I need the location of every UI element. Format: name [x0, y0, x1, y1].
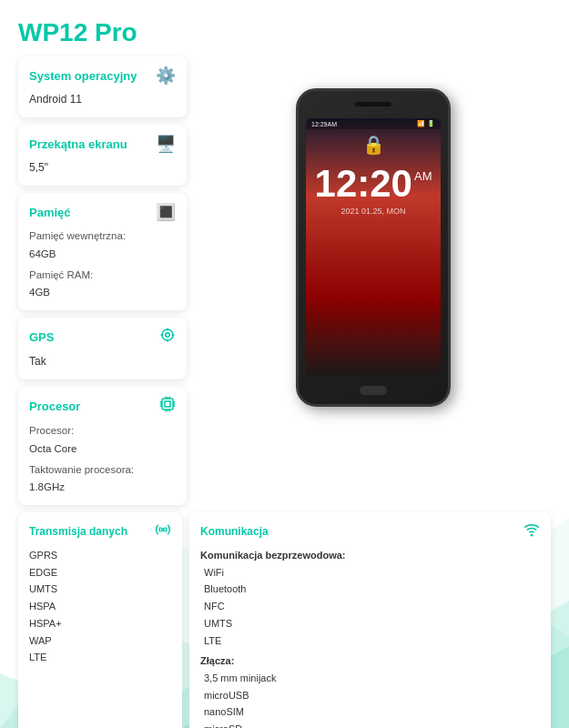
processor-card: Procesor	[18, 387, 187, 505]
svg-point-5	[166, 333, 170, 338]
os-value: Android 11	[29, 93, 82, 106]
clock-label: Taktowanie procesora:	[29, 464, 134, 475]
internal-label: Pamięć wewnętrzna:	[29, 230, 126, 241]
page-title: WP12 Pro	[18, 18, 551, 47]
memory-card: Pamięć 🔳 Pamięć wewnętrzna: 64GB Pamięć …	[18, 193, 187, 310]
trans-wap: WAP	[29, 632, 171, 650]
screen-card: Przekątna ekranu 🖥️ 5,5"	[18, 125, 187, 186]
screen-value: 5,5"	[29, 161, 48, 174]
clock-value: 1.8GHz	[29, 481, 65, 492]
screen-icon: 🖥️	[156, 134, 176, 154]
trans-gprs: GPRS	[29, 547, 171, 564]
phone-status-icons: 📶 🔋	[417, 120, 435, 127]
processor-title: Procesor	[29, 399, 80, 413]
memory-icon: 🔳	[156, 202, 176, 222]
conn-microsd: microSD	[204, 721, 540, 728]
communication-icon	[523, 521, 540, 541]
phone-ampm: AM	[414, 169, 432, 183]
phone-date: 2021 01.25, MON	[306, 207, 441, 216]
trans-hspa: HSPA	[29, 598, 171, 615]
gps-card: GPS Tak	[18, 318, 187, 379]
os-card: System operacyjny ⚙️ Android 11	[18, 56, 187, 117]
trans-lte: LTE	[29, 649, 171, 666]
phone-status-time: 12:29AM	[311, 121, 337, 127]
phone-speaker	[355, 102, 391, 106]
gps-value: Tak	[29, 355, 46, 368]
svg-point-24	[162, 529, 165, 531]
gps-icon	[159, 327, 176, 348]
connectors-label: Złącza:	[200, 652, 540, 670]
wireless-label: Komunikacja bezprzewodowa:	[200, 547, 540, 564]
phone-body: 12:29AM 📶 🔋 🔒 12:20AM 2021 01.25, MON	[296, 88, 451, 407]
bottom-section: Transmisja danych GPRS EDGE UMTS HSPA HS…	[18, 512, 551, 728]
comm-bluetooth: Bluetooth	[204, 581, 540, 598]
proc-label: Procesor:	[29, 425, 74, 436]
transmission-body: GPRS EDGE UMTS HSPA HSPA+ WAP LTE	[29, 547, 171, 666]
memory-title: Pamięć	[29, 206, 71, 219]
phone-screen: 12:29AM 📶 🔋 🔒 12:20AM 2021 01.25, MON	[306, 118, 441, 377]
gps-title: GPS	[29, 330, 54, 344]
svg-rect-11	[165, 401, 170, 407]
comm-wifi: WiFi	[204, 564, 540, 581]
conn-microusb: microUSB	[204, 687, 540, 704]
ram-value: 4GB	[29, 287, 50, 298]
communication-card: Komunikacja Komunikacja bezprzewodowa: W…	[189, 512, 551, 728]
phone-hour: 12	[315, 162, 358, 205]
svg-point-25	[531, 534, 533, 536]
transmission-title: Transmisja danych	[29, 525, 127, 538]
phone-time-display: 12:20AM 2021 01.25, MON	[306, 156, 441, 220]
comm-nfc: NFC	[204, 598, 540, 615]
phone-home-button	[360, 386, 387, 395]
phone-display: 12:29AM 📶 🔋 🔒 12:20AM 2021 01.25, MON	[196, 56, 551, 505]
proc-value: Octa Core	[29, 443, 76, 454]
phone-button-volume-up	[449, 200, 451, 218]
phone-button-power	[449, 164, 451, 191]
os-icon: ⚙️	[156, 66, 176, 86]
transmission-card: Transmisja danych GPRS EDGE UMTS HSPA HS…	[18, 512, 182, 728]
screen-title: Przekątna ekranu	[29, 137, 127, 151]
ram-label: Pamięć RAM:	[29, 269, 93, 280]
os-title: System operacyjny	[29, 69, 137, 83]
phone-button-volume-down	[296, 173, 298, 209]
trans-umts: UMTS	[29, 581, 171, 598]
communication-title: Komunikacja	[200, 525, 269, 538]
trans-edge: EDGE	[29, 564, 171, 581]
phone-lock-icon: 🔒	[306, 134, 441, 156]
conn-nanosim: nanoSIM	[204, 703, 540, 721]
transmission-icon	[155, 521, 171, 541]
comm-umts: UMTS	[204, 615, 540, 632]
phone-minute: 20	[370, 162, 412, 205]
comm-lte: LTE	[204, 632, 540, 650]
processor-icon	[159, 396, 176, 417]
conn-minijack: 3,5 mm minijack	[204, 670, 540, 687]
svg-point-4	[162, 329, 173, 340]
internal-value: 64GB	[29, 248, 56, 259]
trans-hspa-plus: HSPA+	[29, 615, 171, 632]
svg-rect-10	[162, 399, 173, 410]
communication-body: Komunikacja bezprzewodowa: WiFi Bluetoot…	[200, 547, 540, 728]
